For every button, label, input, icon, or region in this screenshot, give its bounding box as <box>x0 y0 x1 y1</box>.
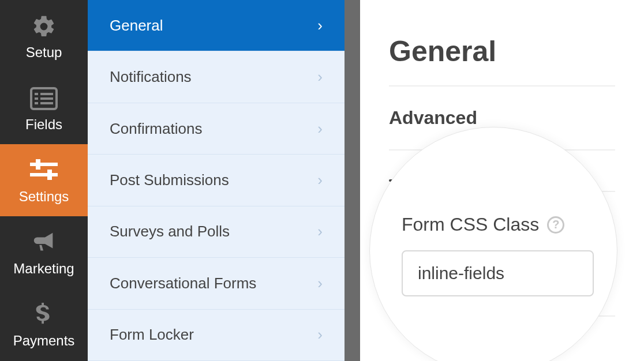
submenu-item-label: Post Submissions <box>110 171 229 189</box>
icon-sidebar: Setup Fields Settings Marketing Payments <box>0 0 88 361</box>
submenu-item-label: Surveys and Polls <box>110 223 230 240</box>
svg-rect-3 <box>35 97 38 100</box>
submenu-item-general[interactable]: General › <box>88 0 345 51</box>
submenu-item-notifications[interactable]: Notifications › <box>88 51 345 103</box>
submenu-item-label: Confirmations <box>110 120 202 138</box>
submenu-item-surveys-polls[interactable]: Surveys and Polls › <box>88 206 345 258</box>
svg-rect-2 <box>40 93 53 95</box>
svg-rect-4 <box>40 97 53 100</box>
chevron-right-icon: › <box>317 274 323 292</box>
submenu-item-label: Notifications <box>110 68 192 86</box>
chevron-right-icon: › <box>317 326 323 344</box>
field-label: Form CSS Class <box>402 214 539 235</box>
svg-rect-6 <box>40 102 53 104</box>
settings-submenu: General › Notifications › Confirmations … <box>88 0 345 361</box>
sidebar-item-setup[interactable]: Setup <box>0 0 88 72</box>
sliders-icon <box>29 156 58 185</box>
submenu-item-form-locker[interactable]: Form Locker › <box>88 310 345 361</box>
submenu-item-label: General <box>110 17 163 35</box>
list-icon <box>30 84 58 113</box>
sidebar-item-label: Payments <box>13 333 75 349</box>
sidebar-item-marketing[interactable]: Marketing <box>0 216 88 288</box>
sidebar-item-label: Settings <box>19 189 69 205</box>
svg-rect-8 <box>36 159 40 170</box>
svg-rect-1 <box>35 93 38 95</box>
field-label-row: Form CSS Class ? <box>402 214 594 235</box>
submenu-item-confirmations[interactable]: Confirmations › <box>88 103 345 155</box>
svg-rect-9 <box>30 173 58 176</box>
submenu-item-post-submissions[interactable]: Post Submissions › <box>88 155 345 206</box>
submenu-item-label: Form Locker <box>110 326 194 344</box>
help-icon[interactable]: ? <box>547 216 564 234</box>
chevron-right-icon: › <box>317 17 323 35</box>
sidebar-item-label: Fields <box>25 116 62 133</box>
sidebar-item-label: Marketing <box>13 261 74 277</box>
chevron-right-icon: › <box>317 120 323 138</box>
sidebar-item-label: Setup <box>26 44 62 61</box>
svg-rect-10 <box>47 170 52 180</box>
megaphone-icon <box>31 228 57 257</box>
sidebar-item-fields[interactable]: Fields <box>0 72 88 144</box>
svg-rect-7 <box>30 163 58 166</box>
submenu-item-label: Conversational Forms <box>110 274 256 292</box>
sidebar-item-payments[interactable]: Payments <box>0 288 88 360</box>
form-css-class-input[interactable] <box>402 250 594 296</box>
chevron-right-icon: › <box>317 68 323 86</box>
svg-rect-5 <box>35 102 38 104</box>
dollar-icon <box>35 300 53 329</box>
chevron-right-icon: › <box>317 223 323 240</box>
submenu-item-conversational-forms[interactable]: Conversational Forms › <box>88 258 345 309</box>
sidebar-item-settings[interactable]: Settings <box>0 144 88 216</box>
gear-icon <box>31 12 57 41</box>
chevron-right-icon: › <box>317 171 323 189</box>
panel-divider <box>345 0 360 361</box>
page-title: General <box>389 35 615 68</box>
magnifier-zoom: Form CSS Class ? <box>369 127 617 361</box>
